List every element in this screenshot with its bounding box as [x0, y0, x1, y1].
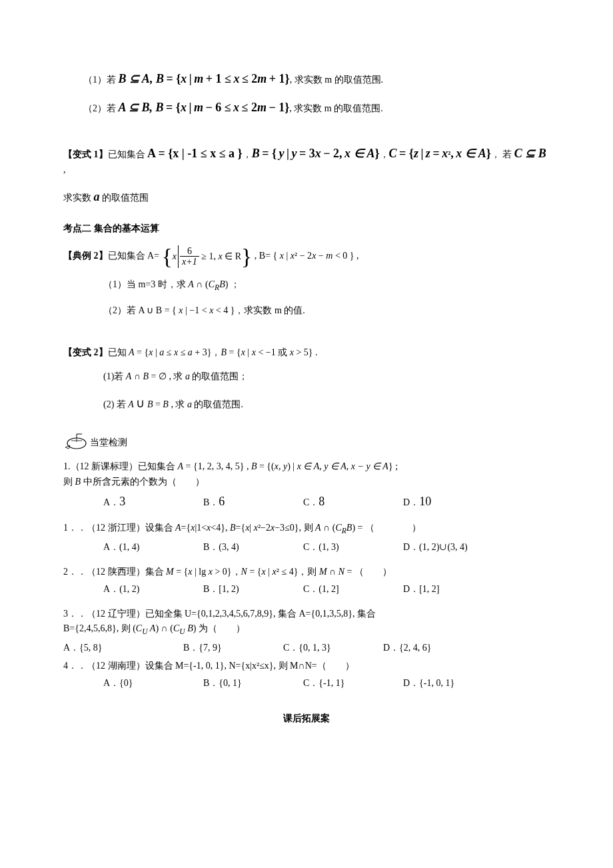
question-2-options: A．(1, 4) B．(3, 4) C．(1, 3) D．(1, 2)∪(3, …: [103, 540, 550, 555]
option-d: D．{2, 4, 6}: [383, 641, 483, 655]
question-2: 1．．（12 浙江理）设集合 A={x|1<x<4}, B={x| x²−2x−…: [63, 521, 550, 537]
option-b: B．{7, 9}: [183, 641, 283, 655]
example-2-label: 【典例 2】: [63, 251, 108, 261]
topic-2-title: 考点二 集合的基本运算: [63, 221, 550, 236]
option-b: B．{0, 1}: [203, 676, 303, 691]
option-b: B．[1, 2): [203, 582, 303, 597]
example-2-sub1: （1）当 m=3 时，求 A ∩ (CRB) ；: [103, 277, 550, 294]
question-5: 4．．（12 湖南理）设集合 M={-1, 0, 1}, N={x|x²≤x},…: [63, 659, 550, 673]
variation-2: 【变式 2】已知 A = {x | a ≤ x ≤ a + 3}，B = {x …: [63, 345, 550, 360]
option-a: A．3: [103, 492, 203, 511]
check-section-header: 当堂检测: [63, 433, 550, 450]
option-a: A．{5, 8}: [63, 641, 183, 655]
variation-1-tail: 求实数 a 的取值范围: [63, 187, 550, 207]
option-c: C．8: [303, 492, 403, 511]
option-c: C．(1, 3): [303, 540, 403, 555]
option-c: C．{0, 1, 3}: [283, 641, 383, 655]
question-5-options: A．{0} B．{0, 1} C．{-1, 1} D．{-1, 0, 1}: [103, 676, 550, 691]
question-4-options: A．{5, 8} B．{7, 9} C．{0, 1, 3} D．{2, 4, 6…: [63, 641, 550, 655]
question-1-then: 则 B 中所含元素的个数为（ ）: [63, 475, 550, 489]
footer-title: 课后拓展案: [63, 711, 550, 726]
example-2-sub2: （2）若 A ∪ B = { x | −1 < x < 4 }，求实数 m 的值…: [103, 303, 550, 318]
option-a: A．(1, 4): [103, 540, 203, 555]
problem-sub-1: （1）若 B ⊆ A, B = {x | m + 1 ≤ x ≤ 2m + 1}…: [83, 69, 550, 89]
variation-2-sub2: (2) 若 A ∪ B = B , 求 a 的取值范围.: [103, 394, 550, 413]
option-b: B．(3, 4): [203, 540, 303, 555]
option-a: A．(1, 2): [103, 582, 203, 597]
question-3: 2．．（12 陕西理）集合 M = {x | lg x > 0}，N = {x …: [63, 565, 550, 579]
check-label: 当堂检测: [90, 435, 127, 450]
option-b: B．6: [203, 492, 303, 511]
question-1: 1.（12 新课标理）已知集合 A = {1, 2, 3, 4, 5} , B …: [63, 459, 550, 474]
question-3-options: A．(1, 2) B．[1, 2) C．(1, 2] D．[1, 2]: [103, 582, 550, 597]
question-4-line1: 3．．（12 辽宁理）已知全集 U={0,1,2,3,4,5,6,7,8,9},…: [63, 607, 550, 621]
question-4-line2: B={2,4,5,6,8}, 则 (CU A) ∩ (CU B) 为（ ）: [63, 621, 550, 638]
variation-1: 【变式 1】已知集合 A = {x | -1 ≤ x ≤ a }，B = { y…: [63, 144, 550, 178]
example-2: 【典例 2】已知集合 A= { x 6 x+1 ≥ 1, x ∈ R } , B…: [63, 245, 550, 268]
variation-2-sub1: (1)若 A ∩ B = ∅ , 求 a 的取值范围；: [103, 369, 550, 384]
option-d: D．10: [403, 492, 503, 511]
option-d: D．[1, 2]: [403, 582, 503, 597]
question-1-options: A．3 B．6 C．8 D．10: [103, 492, 550, 511]
option-c: C．(1, 2]: [303, 582, 403, 597]
problem-sub-2: （2）若 A ⊆ B, B = {x | m − 6 ≤ x ≤ 2m − 1}…: [83, 98, 550, 117]
variation-1-label: 【变式 1】: [63, 149, 108, 159]
option-d: D．(1, 2)∪(3, 4): [403, 540, 503, 555]
option-c: C．{-1, 1}: [303, 676, 403, 691]
option-d: D．{-1, 0, 1}: [403, 676, 503, 691]
variation-2-label: 【变式 2】: [63, 347, 108, 357]
mouse-icon: [63, 433, 90, 450]
option-a: A．{0}: [103, 676, 203, 691]
